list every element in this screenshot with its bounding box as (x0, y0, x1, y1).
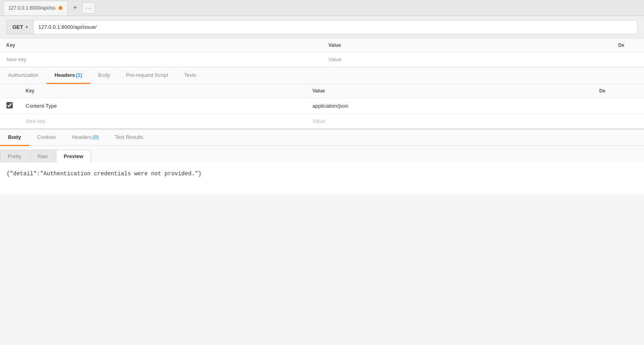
header-row-checkbox-col (0, 98, 19, 114)
params-table: Key Value De New key Value (0, 38, 644, 67)
method-label: GET (12, 24, 23, 30)
resp-tab-headers[interactable]: Headers(8) (64, 129, 107, 146)
url-bar: GET ▾ (0, 16, 644, 38)
header-checkbox[interactable] (6, 102, 13, 108)
tab-tests[interactable]: Tests (176, 67, 204, 84)
header-key-cell[interactable]: Content-Type (19, 98, 306, 114)
headers-badge: (1) (76, 72, 82, 78)
tab-bar: 127.0.0.1:8000/api/iss + ··· (0, 0, 644, 16)
resp-tab-test-results[interactable]: Test Results (107, 129, 151, 146)
headers-section: Key Value De Content-Type application/js… (0, 84, 644, 129)
new-tab-button[interactable]: + (69, 2, 80, 14)
table-row: Content-Type application/json (0, 98, 644, 114)
method-selector[interactable]: GET ▾ (6, 20, 33, 34)
tab-authorization[interactable]: Authorization (0, 67, 46, 84)
header-desc-cell (593, 98, 644, 114)
url-input[interactable] (33, 20, 638, 34)
params-value-header: Value (322, 38, 612, 52)
headers-new-value[interactable]: Value (306, 114, 593, 128)
headers-new-desc (593, 114, 644, 128)
tab-status-dot (58, 6, 62, 10)
headers-value-header: Value (306, 84, 593, 98)
response-body: {"detail":"Authentication credentials we… (0, 162, 644, 195)
params-key-header: Key (0, 38, 322, 52)
params-new-value[interactable]: Value (322, 52, 612, 67)
tab-prerequest[interactable]: Pre-request Script (118, 67, 176, 84)
sub-tab-preview[interactable]: Preview (56, 150, 91, 162)
headers-table: Key Value De Content-Type application/js… (0, 84, 644, 128)
browser-tab[interactable]: 127.0.0.1:8000/api/iss (3, 1, 68, 15)
params-new-key[interactable]: New key (0, 52, 322, 67)
headers-new-checkbox-col (0, 114, 19, 128)
tab-body[interactable]: Body (90, 67, 118, 84)
headers-key-header: Key (19, 84, 306, 98)
resp-tab-cookies[interactable]: Cookies (29, 129, 64, 146)
response-body-text: {"detail":"Authentication credentials we… (6, 170, 201, 177)
headers-desc-header: De (593, 84, 644, 98)
response-tabs: Body Cookies Headers(8) Test Results (0, 129, 644, 146)
headers-check-header (0, 84, 19, 98)
tab-headers[interactable]: Headers(1) (46, 67, 90, 84)
sub-tab-pretty[interactable]: Pretty (0, 150, 29, 162)
params-section: Key Value De New key Value (0, 38, 644, 67)
method-chevron: ▾ (26, 25, 28, 29)
params-desc-header: De (612, 38, 644, 52)
header-value-cell[interactable]: application/json (306, 98, 593, 114)
params-new-desc (612, 52, 644, 67)
more-tabs-button[interactable]: ··· (82, 2, 95, 14)
headers-new-row: New key Value (0, 114, 644, 128)
request-tabs: Authorization Headers(1) Body Pre-reques… (0, 67, 644, 84)
sub-tabs: Pretty Raw Preview (0, 146, 644, 162)
tab-url: 127.0.0.1:8000/api/iss (8, 5, 55, 11)
resp-headers-badge: (8) (93, 134, 99, 140)
headers-new-key[interactable]: New key (19, 114, 306, 128)
sub-tab-raw[interactable]: Raw (30, 150, 55, 162)
params-new-row: New key Value (0, 52, 644, 67)
resp-tab-body[interactable]: Body (0, 129, 29, 146)
